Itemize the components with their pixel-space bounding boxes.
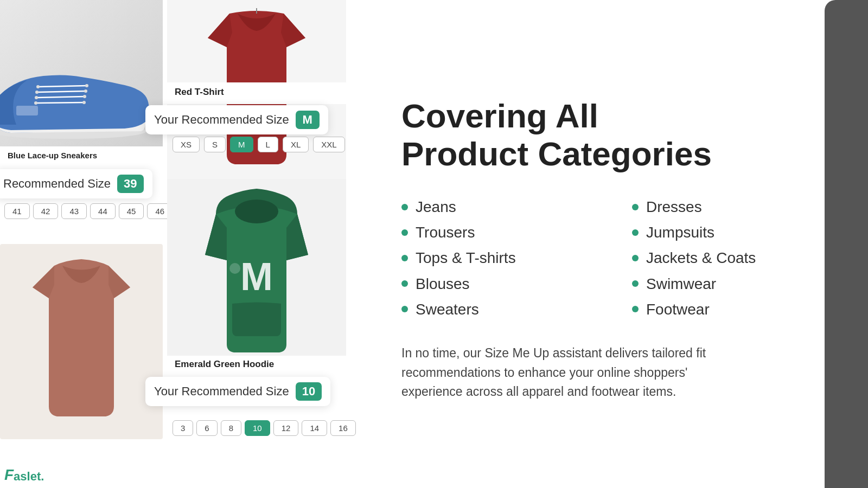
bullet-jackets xyxy=(632,255,639,261)
hoodie-product-name: Emerald Green Hoodie xyxy=(175,359,339,370)
hoodie-size-chips: 3 6 8 10 12 14 16 xyxy=(167,420,358,436)
bullet-tops xyxy=(401,255,408,261)
size-chip-42[interactable]: 42 xyxy=(33,203,59,219)
category-sweaters: Sweaters xyxy=(401,299,599,320)
hoodie-size-3[interactable]: 3 xyxy=(173,420,193,436)
svg-rect-13 xyxy=(16,106,38,115)
left-panel: Blue Lace-up Sneakers Recommended Size 3… xyxy=(0,0,358,488)
bullet-jeans xyxy=(401,204,408,210)
hoodie-rec-badge: Your Recommended Size 10 xyxy=(145,377,330,406)
hoodie-rec-label: Your Recommended Size xyxy=(154,384,289,399)
category-jeans: Jeans xyxy=(401,196,599,217)
category-jackets: Jackets & Coats xyxy=(632,247,830,268)
tshirt-size-chips: XS S M L XL XXL xyxy=(173,137,345,152)
dark-sidebar xyxy=(825,0,868,488)
right-panel: Covering All Product Categories Jeans Tr… xyxy=(358,0,868,488)
size-chip-l[interactable]: L xyxy=(258,137,278,152)
bullet-jumpsuits xyxy=(632,229,639,236)
sneaker-size-chips: 41 42 43 44 45 46 xyxy=(0,203,177,219)
bullet-trousers xyxy=(401,229,408,236)
main-title: Covering All Product Categories xyxy=(401,97,830,172)
red-tshirt-info: Red T-Shirt xyxy=(167,82,346,104)
bullet-blouses xyxy=(401,280,408,287)
svg-line-4 xyxy=(36,102,84,103)
category-swimwear: Swimwear xyxy=(632,273,830,294)
bullet-footwear xyxy=(632,306,639,312)
size-chip-41[interactable]: 41 xyxy=(4,203,30,219)
svg-point-17 xyxy=(229,263,240,274)
tshirt-rec-label: Your Recommended Size xyxy=(154,113,289,127)
faslet-rest: aslet. xyxy=(14,470,44,484)
hoodie-size-8[interactable]: 8 xyxy=(221,420,241,436)
category-col-left: Jeans Trousers Tops & T-shirts Blouses S… xyxy=(401,196,599,320)
size-chip-43[interactable]: 43 xyxy=(61,203,87,219)
tshirt-rec-badge: Your Recommended Size M xyxy=(145,105,328,134)
sneaker-rec-badge: Recommended Size 39 xyxy=(0,169,152,198)
size-chip-xxl[interactable]: XXL xyxy=(313,137,344,152)
svg-point-5 xyxy=(36,85,40,88)
bullet-sweaters xyxy=(401,306,408,312)
svg-point-7 xyxy=(35,91,39,94)
size-chip-44[interactable]: 44 xyxy=(90,203,116,219)
svg-point-15 xyxy=(235,200,278,223)
hoodie-size-14[interactable]: 14 xyxy=(302,420,327,436)
hoodie-info: Emerald Green Hoodie xyxy=(167,356,346,376)
hoodie-rec-value: 10 xyxy=(296,382,322,401)
category-trousers: Trousers xyxy=(401,222,599,243)
hoodie-size-12[interactable]: 12 xyxy=(273,420,299,436)
brown-tshirt-area xyxy=(0,244,163,439)
hoodie-size-16[interactable]: 16 xyxy=(330,420,356,436)
hoodie-image: M xyxy=(175,184,338,358)
category-blouses: Blouses xyxy=(401,273,599,294)
svg-text:M: M xyxy=(240,255,273,298)
sneaker-image xyxy=(0,54,163,141)
svg-point-8 xyxy=(84,89,87,93)
size-chip-45[interactable]: 45 xyxy=(119,203,144,219)
size-chip-xl[interactable]: XL xyxy=(283,137,309,152)
sneaker-area xyxy=(0,0,163,146)
faslet-f-letter: F xyxy=(4,466,14,484)
hoodie-card: M xyxy=(167,179,346,363)
hoodie-size-6[interactable]: 6 xyxy=(196,420,217,436)
size-chip-s[interactable]: S xyxy=(204,137,226,152)
hoodie-size-10[interactable]: 10 xyxy=(245,420,270,436)
description-text: In no time, our Size Me Up assistant del… xyxy=(401,344,738,402)
categories-grid: Jeans Trousers Tops & T-shirts Blouses S… xyxy=(401,196,830,320)
svg-point-6 xyxy=(85,84,88,87)
category-col-right: Dresses Jumpsuits Jackets & Coats Swimwe… xyxy=(632,196,830,320)
sneaker-rec-value: 39 xyxy=(117,175,143,193)
category-jumpsuits: Jumpsuits xyxy=(632,222,830,243)
svg-point-9 xyxy=(35,96,38,99)
svg-point-11 xyxy=(34,101,37,105)
bullet-dresses xyxy=(632,204,639,210)
red-tshirt-name: Red T-Shirt xyxy=(175,87,339,98)
svg-point-10 xyxy=(83,95,86,98)
category-tops: Tops & T-shirts xyxy=(401,247,599,268)
category-dresses: Dresses xyxy=(632,196,830,217)
category-footwear: Footwear xyxy=(632,299,830,320)
size-chip-xs[interactable]: XS xyxy=(173,137,200,152)
bullet-swimwear xyxy=(632,280,639,287)
svg-point-12 xyxy=(82,101,86,104)
sneaker-rec-label: Recommended Size xyxy=(3,177,111,191)
brown-tshirt-image xyxy=(11,255,152,423)
sneaker-product-info: Blue Lace-up Sneakers xyxy=(0,146,163,166)
tshirt-rec-value: M xyxy=(296,111,320,129)
size-chip-m[interactable]: M xyxy=(230,137,253,152)
faslet-logo: F aslet. xyxy=(4,466,44,484)
sneaker-product-name: Blue Lace-up Sneakers xyxy=(8,151,155,160)
